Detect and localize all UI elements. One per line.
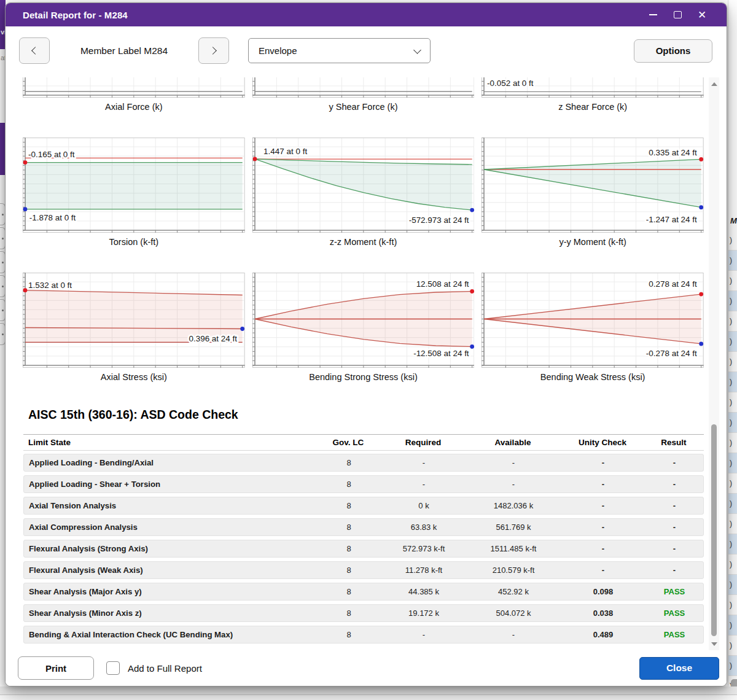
background-grid-row: ) [728, 473, 737, 494]
result-cell: - [642, 480, 707, 489]
chart-plot [252, 77, 475, 98]
code-check-row: Bending & Axial Interaction Check (UC Be… [23, 626, 704, 644]
background-grid-row: ) [728, 392, 737, 413]
options-button[interactable]: Options [634, 39, 712, 63]
available-cell: 210.579 k-ft [462, 566, 564, 575]
required-cell: 63.83 k [385, 523, 462, 532]
limit-state-cell: Flexural Analysis (Weak Axis) [24, 566, 313, 575]
scroll-up-button[interactable] [709, 79, 719, 89]
code-check-row: Flexural Analysis (Weak Axis)811.278 k-f… [23, 561, 704, 579]
dialog-footer: Print Add to Full Report Close [6, 650, 727, 686]
background-grid-row: ) [728, 636, 737, 656]
background-grid-row: ) [728, 534, 737, 554]
chart-title: z Shear Force (k) [482, 98, 704, 119]
triangle-up-icon [711, 82, 717, 86]
previous-member-button[interactable] [19, 37, 50, 64]
required-cell: - [385, 458, 462, 467]
background-grid-row: ) [728, 554, 737, 575]
background-spreadsheet-panel: M ))))))))))))))))))))))) [728, 0, 737, 700]
dialog-titlebar[interactable]: Detail Report for - M284 ✕ [6, 3, 727, 26]
limit-state-cell: Shear Analysis (Minor Axis z) [24, 609, 313, 618]
required-cell: 44.385 k [385, 587, 462, 596]
result-cell: PASS [642, 609, 707, 618]
next-member-button[interactable] [198, 37, 229, 64]
chart-plot: -0.165 at 0 ft-1.878 at 0 ft [23, 138, 245, 233]
code-check-row: Shear Analysis (Major Axis y)844.385 k45… [23, 583, 704, 601]
svg-text:-12.508 at 24 ft: -12.508 at 24 ft [413, 349, 469, 358]
background-grid-row: ) [728, 352, 737, 372]
code-check-row: Shear Analysis (Minor Axis z)819.172 k50… [23, 604, 704, 622]
print-button[interactable]: Print [18, 656, 94, 680]
chart-y-shear-force: y Shear Force (k) [252, 77, 475, 119]
minimize-icon [649, 14, 657, 15]
report-scroll-area[interactable]: Axial Force (k)y Shear Force (k)-0.052 a… [6, 77, 726, 650]
gov-lc-cell: 8 [313, 630, 385, 639]
gov-lc-cell: 8 [313, 501, 385, 510]
background-grid-row: ) [728, 514, 737, 534]
background-grid-row: ) [728, 615, 737, 636]
available-cell: 504.072 k [462, 609, 564, 618]
unity-check-cell: - [564, 501, 642, 510]
limit-state-cell: Applied Loading - Bending/Axial [24, 458, 313, 467]
close-window-button[interactable]: ✕ [690, 6, 714, 24]
unity-check-cell: 0.098 [564, 587, 642, 596]
limit-state-cell: Axial Tension Analysis [24, 501, 313, 510]
maximize-icon [674, 11, 682, 18]
scroll-down-button[interactable] [709, 639, 719, 649]
dropdown-value: Envelope [259, 45, 297, 56]
limit-state-cell: Shear Analysis (Major Axis y) [24, 587, 313, 596]
background-grid-row: ) [728, 494, 737, 514]
add-to-full-report-label: Add to Full Report [128, 663, 202, 674]
gov-lc-cell: 8 [313, 523, 385, 532]
limit-state-cell: Flexural Analysis (Strong Axis) [24, 544, 313, 553]
limit-state-cell: Applied Loading - Shear + Torsion [24, 480, 313, 489]
maximize-button[interactable] [665, 6, 690, 24]
available-cell: 561.769 k [462, 523, 564, 532]
result-set-dropdown[interactable]: Envelope [248, 38, 431, 63]
background-grid-header: M [730, 216, 737, 225]
chart-plot: 12.508 at 24 ft-12.508 at 24 ft [252, 273, 475, 368]
result-cell: - [642, 458, 707, 467]
unity-check-cell: - [564, 544, 642, 553]
background-grid-row: ) [728, 453, 737, 473]
detail-report-dialog: Detail Report for - M284 ✕ Member Label … [5, 2, 727, 686]
svg-text:1.532 at 0 ft: 1.532 at 0 ft [28, 281, 72, 290]
background-grid-row: ) [728, 230, 737, 251]
column-header: Result [641, 438, 706, 447]
unity-check-cell: 0.038 [564, 609, 642, 618]
limit-state-cell: Bending & Axial Interaction Check (UC Be… [24, 630, 313, 639]
svg-text:-1.878 at 0 ft: -1.878 at 0 ft [29, 213, 76, 222]
chart-title: y Shear Force (k) [252, 98, 475, 119]
code-check-table: Limit StateGov. LCRequiredAvailableUnity… [23, 434, 704, 644]
chart-title: Axial Force (k) [23, 98, 245, 119]
minimize-button[interactable] [641, 6, 665, 24]
scrollbar-thumb[interactable] [711, 424, 717, 636]
column-header: Unity Check [564, 438, 641, 447]
member-label: Member Label M284 [50, 45, 198, 56]
close-button[interactable]: Close [639, 657, 719, 680]
background-grid-row: ) [728, 413, 737, 433]
code-check-row: Axial Compression Analysis863.83 k561.76… [23, 518, 704, 536]
available-cell: - [462, 630, 564, 639]
svg-text:-572.973 at 24 ft: -572.973 at 24 ft [408, 216, 469, 225]
available-cell: - [462, 458, 564, 467]
chart-torsion: -0.165 at 0 ft-1.878 at 0 ftTorsion (k-f… [23, 138, 245, 254]
gov-lc-cell: 8 [313, 609, 385, 618]
required-cell: 19.172 k [385, 609, 462, 618]
svg-text:1.447 at 0 ft: 1.447 at 0 ft [263, 147, 307, 156]
code-check-heading: AISC 15th (360-16): ASD Code Check [28, 408, 704, 422]
required-cell: 572.973 k-ft [385, 544, 462, 553]
member-navigation-bar: Member Label M284 Envelope Options [6, 26, 727, 74]
chart-bending-strong-stress: 12.508 at 24 ft-12.508 at 24 ftBending S… [252, 273, 475, 389]
chart-title: Bending Strong Stress (ksi) [252, 368, 475, 389]
gov-lc-cell: 8 [313, 587, 385, 596]
column-header: Gov. LC [312, 438, 384, 447]
column-header: Available [462, 438, 564, 447]
chevron-right-icon [209, 47, 217, 55]
chart-bending-weak-stress: 0.278 at 24 ft-0.278 at 24 ftBending Wea… [482, 273, 704, 389]
chart-z-shear-force: -0.052 at 0 ftz Shear Force (k) [482, 77, 704, 119]
add-to-full-report-checkbox[interactable] [106, 661, 120, 675]
required-cell: - [385, 480, 462, 489]
dialog-scrollbar[interactable] [709, 77, 719, 650]
limit-state-cell: Axial Compression Analysis [24, 523, 313, 532]
